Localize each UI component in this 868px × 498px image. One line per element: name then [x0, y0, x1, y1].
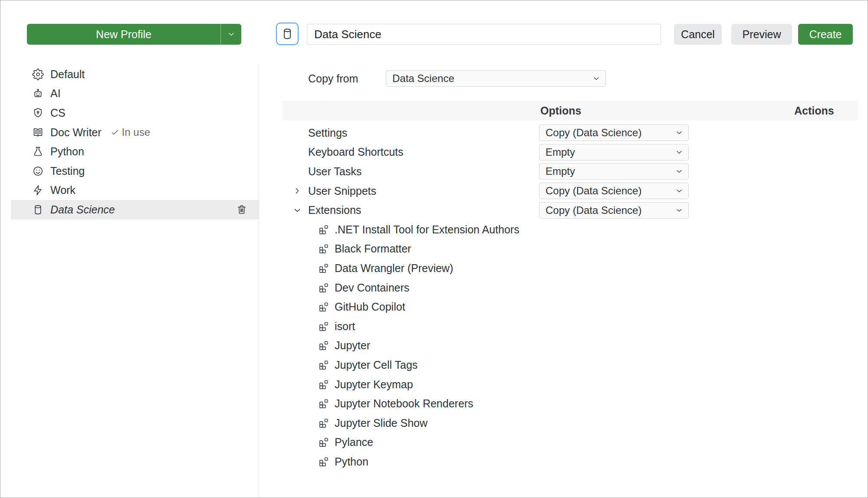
extension-icon	[318, 340, 330, 351]
extension-label: Pylance	[335, 436, 373, 449]
select-value: Empty	[546, 146, 575, 158]
extension-icon	[318, 456, 330, 468]
extension-icon	[318, 301, 330, 313]
extension-item: Jupyter Notebook Renderers	[283, 394, 717, 413]
extension-item: Data Wrangler (Preview)	[283, 259, 717, 278]
chevron-down-icon	[674, 186, 684, 196]
extension-item: GitHub Copilot	[283, 297, 717, 317]
profile-label: Testing	[50, 165, 85, 177]
extensions-option-select[interactable]: Copy (Data Science)	[539, 202, 689, 219]
extension-label: Data Wrangler (Preview)	[335, 262, 453, 275]
book-icon	[32, 127, 44, 138]
sidebar-divider	[259, 65, 259, 498]
extension-label: Black Formatter	[335, 242, 411, 255]
extension-item: .NET Install Tool for Extension Authors	[283, 220, 717, 239]
profile-label: Default	[50, 68, 85, 81]
profile-item-data-science[interactable]: Data Science	[11, 200, 259, 220]
select-value: Copy (Data Science)	[546, 185, 641, 197]
gear-icon	[32, 69, 44, 80]
create-button[interactable]: Create	[798, 24, 853, 45]
collapse-extensions-button[interactable]	[292, 205, 302, 216]
row-label: Extensions	[308, 204, 361, 216]
profile-item-doc-writer[interactable]: Doc Writer In use	[11, 123, 259, 142]
profile-item-testing[interactable]: Testing	[11, 161, 259, 181]
profile-item-default[interactable]: Default	[11, 65, 259, 84]
new-profile-label: New Profile	[27, 24, 220, 45]
options-column-header: Options	[540, 101, 581, 121]
extension-item: Dev Containers	[283, 278, 717, 298]
robot-icon	[32, 88, 44, 99]
extension-icon	[318, 224, 330, 236]
table-row-settings: Settings Copy (Data Science)	[283, 123, 858, 143]
profile-label: Doc Writer	[50, 126, 102, 139]
chevron-right-icon	[292, 186, 302, 196]
extension-icon	[318, 359, 330, 371]
delete-profile-button[interactable]	[236, 204, 247, 215]
profile-label: CS	[50, 107, 66, 119]
in-use-badge: In use	[110, 126, 150, 138]
profile-label: Data Science	[50, 203, 115, 216]
extension-item: Python	[283, 452, 717, 472]
profiles-editor-window: New Profile Default AI CS Doc Writer In …	[0, 0, 868, 498]
keyboard-shortcuts-option-select[interactable]: Empty	[539, 144, 689, 161]
profile-label: Python	[50, 145, 84, 158]
table-row-extensions: Extensions Copy (Data Science)	[283, 200, 858, 220]
check-icon	[110, 128, 120, 137]
profile-item-ai[interactable]: AI	[11, 84, 259, 104]
chevron-down-icon	[292, 205, 302, 216]
extension-icon	[318, 243, 330, 255]
database-icon	[32, 204, 44, 216]
extension-item: Pylance	[283, 433, 717, 452]
extensions-list: .NET Install Tool for Extension Authors …	[283, 220, 717, 472]
table-row-user-tasks: User Tasks Empty	[283, 162, 858, 181]
chevron-down-icon	[227, 29, 236, 39]
extension-item: isort	[283, 317, 717, 336]
chevron-down-icon	[674, 128, 684, 138]
smiley-icon	[32, 165, 44, 177]
profile-icon-button[interactable]	[276, 23, 299, 45]
extension-item: Jupyter Keymap	[283, 375, 717, 394]
row-label: User Tasks	[308, 165, 362, 178]
cancel-button[interactable]: Cancel	[674, 24, 722, 45]
extension-label: Python	[335, 455, 368, 468]
user-tasks-option-select[interactable]: Empty	[539, 163, 689, 180]
profile-item-python[interactable]: Python	[11, 142, 259, 161]
copy-from-value: Data Science	[392, 72, 454, 85]
extension-label: isort	[335, 320, 355, 333]
trash-icon	[236, 204, 247, 215]
expand-user-snippets-button[interactable]	[292, 186, 302, 196]
actions-column-header: Actions	[794, 101, 834, 121]
preview-button[interactable]: Preview	[731, 24, 792, 45]
extension-icon	[318, 282, 330, 294]
extension-label: Dev Containers	[335, 282, 409, 294]
extension-label: Jupyter	[335, 339, 370, 352]
extension-item: Jupyter	[283, 336, 717, 356]
row-label: Settings	[308, 127, 347, 139]
extension-label: GitHub Copilot	[335, 301, 405, 313]
profile-item-work[interactable]: Work	[11, 181, 259, 200]
chevron-down-icon	[674, 167, 684, 176]
profile-label: AI	[50, 87, 61, 100]
new-profile-button[interactable]: New Profile	[27, 24, 241, 45]
profile-item-cs[interactable]: CS	[11, 103, 259, 123]
profile-contents-table: Settings Copy (Data Science) Keyboard Sh…	[283, 123, 858, 220]
extension-icon	[318, 436, 330, 448]
zap-icon	[32, 184, 44, 196]
select-value: Copy (Data Science)	[546, 127, 641, 139]
copy-from-label: Copy from	[308, 72, 358, 85]
profile-list: Default AI CS Doc Writer In use Python T…	[11, 65, 259, 220]
extension-icon	[318, 262, 330, 274]
shield-icon	[32, 107, 44, 119]
settings-option-select[interactable]: Copy (Data Science)	[539, 124, 689, 141]
select-value: Empty	[546, 165, 575, 177]
extension-label: Jupyter Cell Tags	[335, 359, 418, 371]
extension-label: Jupyter Keymap	[335, 378, 413, 391]
extension-icon	[318, 321, 330, 332]
copy-from-select[interactable]: Data Science	[386, 70, 606, 87]
table-row-user-snippets: User Snippets Copy (Data Science)	[283, 181, 858, 201]
profile-name-input[interactable]	[307, 24, 661, 45]
user-snippets-option-select[interactable]: Copy (Data Science)	[539, 183, 689, 199]
new-profile-dropdown[interactable]	[220, 24, 241, 45]
table-header: Options Actions	[283, 101, 858, 121]
chevron-down-icon	[592, 74, 601, 83]
